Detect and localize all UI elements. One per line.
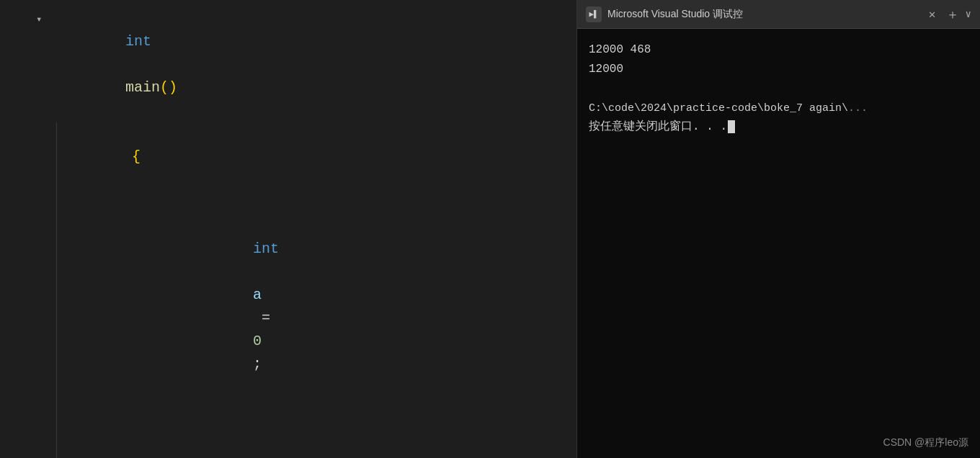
terminal-output-empty [589, 79, 968, 99]
watermark: CSDN @程序leo源 [883, 436, 968, 449]
num-0-a: 0 [253, 333, 262, 349]
collapse-arrow[interactable]: ▾ [36, 12, 48, 27]
function-main: main [125, 79, 160, 96]
terminal-output-2: 12000 [589, 60, 968, 79]
line-int-b: ▾ int b = 0 ; [0, 422, 576, 458]
code-editor: ▾ int main() ▾ { ▾ int [0, 0, 576, 458]
terminal-app-icon: ▶▌ [586, 6, 602, 22]
terminal-new-tab-button[interactable]: ＋ [945, 7, 960, 22]
terminal-output-1: 12000 468 [589, 40, 968, 60]
code-int-b: int b = 0 ; [57, 422, 279, 458]
terminal-close-button[interactable]: ✕ [925, 7, 940, 22]
brace-open: { [57, 122, 141, 192]
kw-int-a: int [253, 241, 279, 257]
line-open-brace: ▾ { [0, 122, 576, 192]
var-a: a [253, 287, 262, 303]
keyword-int: int [125, 33, 151, 50]
terminal-title: Microsoft Visual Studio 调试控 [607, 8, 919, 21]
terminal-cursor [728, 120, 735, 133]
terminal-body: 12000 468 12000 C:\code\2024\practice-co… [577, 29, 980, 458]
code-int-a: int a = 0 ; [57, 192, 279, 422]
line-int-a: ▾ int a = 0 ; [0, 192, 576, 422]
terminal-output-path: C:\code\2024\practice-code\boke_7 again\… [589, 99, 968, 118]
terminal-output-prompt: 按任意键关闭此窗口. . . [589, 117, 968, 137]
terminal-panel: ▶▌ Microsoft Visual Studio 调试控 ✕ ＋ ∨ 120… [576, 0, 980, 458]
terminal-header: ▶▌ Microsoft Visual Studio 调试控 ✕ ＋ ∨ [577, 0, 980, 29]
main-container: ▾ int main() ▾ { ▾ int [0, 0, 980, 458]
code-content: int main() [50, 7, 177, 122]
terminal-dropdown-button[interactable]: ∨ [966, 8, 971, 20]
line-main-decl: ▾ int main() [0, 7, 576, 122]
